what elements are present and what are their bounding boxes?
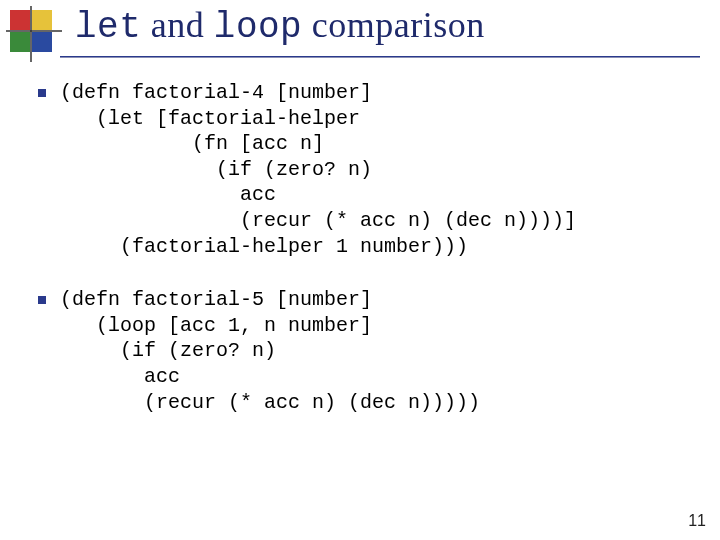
title-code-let: let xyxy=(75,7,141,48)
slide-logo xyxy=(6,6,62,62)
code-snippet: (defn factorial-4 [number] (let [factori… xyxy=(60,80,576,259)
title-underline xyxy=(60,54,700,58)
page-number: 11 xyxy=(688,512,706,530)
slide-content: (defn factorial-4 [number] (let [factori… xyxy=(38,80,700,443)
bullet-icon xyxy=(38,89,46,97)
svg-rect-3 xyxy=(32,32,52,52)
title-text-and: and xyxy=(141,5,213,45)
code-block: (defn factorial-4 [number] (let [factori… xyxy=(38,80,700,259)
svg-rect-2 xyxy=(10,32,30,52)
svg-rect-0 xyxy=(10,10,30,30)
bullet-icon xyxy=(38,296,46,304)
code-block: (defn factorial-5 [number] (loop [acc 1,… xyxy=(38,287,700,415)
title-code-loop: loop xyxy=(214,7,302,48)
title-text-comparison: comparison xyxy=(302,5,484,45)
code-snippet: (defn factorial-5 [number] (loop [acc 1,… xyxy=(60,287,480,415)
slide-title: let and loop comparison xyxy=(75,4,485,48)
svg-rect-1 xyxy=(32,10,52,30)
